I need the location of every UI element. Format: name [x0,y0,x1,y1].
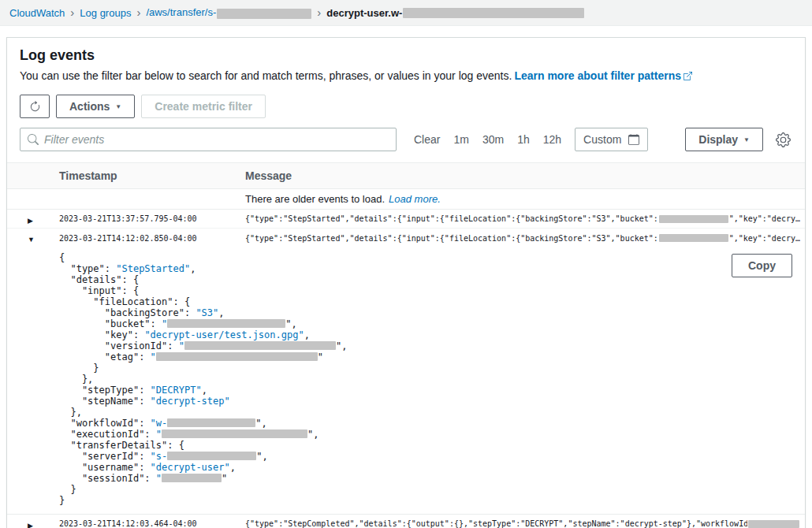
json-line: "sessionId": "" [59,473,792,484]
redaction [659,215,728,223]
message-text: ","key":"decry… [729,234,800,243]
event-message: {"type":"StepCompleted","details":{"outp… [245,519,805,528]
log-event-row[interactable]: ▶ 2023-03-21T13:37:57.795-04:00 {"type":… [7,210,805,229]
redaction [167,319,285,328]
json-punctuation-text: " [318,351,323,363]
panel-description: You can use the filter bar below to sear… [20,69,792,82]
json-value-text: "decrypt-step" [151,396,230,407]
display-controls: Display▼ [685,128,792,151]
redaction [748,520,799,528]
log-events-panel: Log events You can use the filter bar be… [6,37,806,528]
redaction [162,474,222,482]
breadcrumb-log-group[interactable]: /aws/transfer/s- [146,6,311,18]
refresh-button[interactable] [20,95,50,118]
json-punctuation-text: ", [256,451,267,462]
message-column-header[interactable]: Message [245,169,805,182]
range-1h-button[interactable]: 1h [517,133,530,146]
event-message: {"type":"StepStarted","details":{"input"… [245,234,805,243]
json-key-text: } [59,495,65,506]
json-punctuation-text: , [304,329,310,340]
page-title: Log events [20,47,792,64]
display-label: Display [698,133,738,146]
json-value-text: "s- [151,451,168,462]
expand-arrow-icon[interactable]: ▶ [7,522,33,528]
json-key-text: "serverId": [59,451,151,462]
log-stream-name: decrypt-user.w- [326,7,402,19]
copy-button[interactable]: Copy [732,254,792,277]
timestamp-column-header[interactable]: Timestamp [59,169,245,182]
breadcrumb-cloudwatch[interactable]: CloudWatch [9,7,65,19]
copy-label: Copy [748,259,776,272]
create-metric-filter-button[interactable]: Create metric filter [141,95,266,118]
learn-more-link[interactable]: Learn more about filter patterns [514,69,692,82]
json-value-text: "decrypt-user/test.json.gpg" [144,329,304,340]
breadcrumb-separator-icon: › [70,6,74,18]
json-key-text: "backingStore": [59,307,196,318]
json-key-text: "details": { [59,274,139,285]
json-line: "executionId": "", [59,429,792,440]
json-key-text: "stepType": [59,385,151,396]
json-key-text: "versionId": [59,340,179,351]
json-value-text: " [156,429,162,440]
filter-events-field[interactable] [20,128,397,151]
redaction [659,234,728,242]
event-timestamp: 2023-03-21T13:37:57.795-04:00 [59,214,245,223]
json-key-text: "username": [59,462,151,473]
settings-gear-button[interactable] [774,131,792,149]
range-30m-button[interactable]: 30m [482,133,504,146]
gear-icon [776,132,791,147]
json-value-text: "DECRYPT" [151,385,202,396]
breadcrumb-log-groups[interactable]: Log groups [80,7,131,19]
filter-bar: Clear 1m 30m 1h 12h Custom Display▼ [20,128,792,151]
json-punctuation-text: , [230,462,236,473]
json-key-text: "fileLocation": { [59,296,190,307]
json-key-text: "transferDetails": { [59,440,184,451]
log-event-row[interactable]: ▼ 2023-03-21T14:12:02.850-04:00 {"type":… [7,229,805,247]
json-key-text: "workflowId": [59,418,151,429]
search-icon [28,134,39,145]
log-events-table: Timestamp Message There are older events… [7,162,805,528]
json-line: "input": { [59,285,792,296]
custom-range-button[interactable]: Custom [575,128,648,151]
json-key-text: "key": [59,329,144,340]
display-button[interactable]: Display▼ [685,128,763,151]
time-range-controls: Clear 1m 30m 1h 12h Custom [414,128,648,151]
filter-events-input[interactable] [44,133,389,146]
json-value-text: " [162,318,167,329]
range-12h-button[interactable]: 12h [543,133,561,146]
collapse-arrow-icon[interactable]: ▼ [7,236,35,244]
json-line: "key": "decrypt-user/test.json.gpg", [59,329,792,340]
json-key-text: } [59,363,99,374]
log-event-row[interactable]: ▶ 2023-03-21T14:12:03.464-04:00 {"type":… [7,515,805,528]
range-1m-button[interactable]: 1m [453,133,468,146]
chevron-down-icon: ▼ [115,104,121,110]
json-line: "details": { [59,274,792,285]
json-value-text: "w- [151,418,168,429]
actions-button[interactable]: Actions▼ [56,95,135,118]
json-punctuation-text: " [222,473,227,484]
json-value-text: "StepStarted" [116,263,190,274]
actions-label: Actions [69,100,110,113]
json-line: "username": "decrypt-user", [59,462,792,473]
json-line: }, [59,407,792,418]
json-line: "versionId": "", [59,340,792,351]
expanded-event-json: { "type": "StepStarted", "details": { "i… [59,252,792,506]
chevron-down-icon: ▼ [743,137,750,143]
create-metric-filter-label: Create metric filter [155,100,252,113]
json-key-text: "input": { [59,285,139,296]
expand-arrow-icon[interactable]: ▶ [7,217,33,225]
clear-time-filter-button[interactable]: Clear [414,133,440,146]
json-punctuation-text: ", [307,429,318,440]
json-line: } [59,484,792,495]
json-key-text: "type": [59,263,116,274]
panel-header: Log events You can use the filter bar be… [7,38,805,162]
external-link-icon [683,72,692,80]
json-key-text: { [59,252,65,263]
json-line: "serverId": "s-", [59,451,792,462]
description-text: You can use the filter bar below to sear… [20,69,512,82]
json-key-text: "stepName": [59,396,151,407]
load-more-link[interactable]: Load more. [389,193,441,205]
json-line: "bucket": "", [59,318,792,329]
json-line: "etag": "" [59,351,792,363]
breadcrumb: CloudWatch › Log groups › /aws/transfer/… [0,0,812,26]
